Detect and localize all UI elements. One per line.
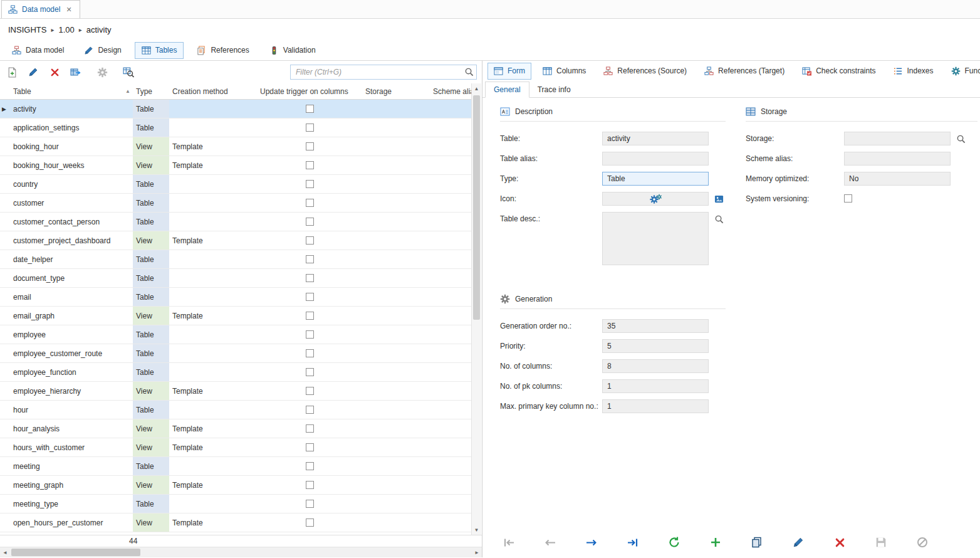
table-row[interactable]: hours_with_customer View Template [0,438,471,457]
table-row[interactable]: country Table [0,175,471,194]
table-row[interactable]: date_helper Table [0,250,471,269]
update-trigger-checkbox[interactable] [306,330,314,339]
table-row[interactable]: meeting_graph View Template [0,476,471,495]
last-record-icon[interactable] [625,535,640,550]
table-alias-field[interactable] [602,152,709,166]
scrollbar-thumb[interactable] [11,549,140,556]
table-row[interactable]: customer_contact_person Table [0,213,471,231]
scroll-left-icon[interactable]: ◄ [0,550,10,555]
table-row[interactable]: open_hours_per_customer View Template [0,513,471,532]
tab-form[interactable]: Form [487,63,531,80]
next-record-icon[interactable] [584,535,599,550]
type-field[interactable]: Table [602,172,709,186]
scrollbar-track[interactable] [10,547,472,557]
update-trigger-checkbox[interactable] [306,406,314,414]
subtab-general[interactable]: General [485,82,529,98]
tab-references[interactable]: References [190,42,256,59]
table-row[interactable]: email_graph View Template [0,307,471,325]
tab-references-source[interactable]: References (Source) [597,63,693,80]
scroll-up-icon[interactable]: ▲ [472,83,481,93]
save-icon[interactable] [873,535,889,550]
scrollbar-thumb[interactable] [473,95,480,320]
table-row[interactable]: customer_project_dashboard View Template [0,231,471,250]
table-desc-zoom-icon[interactable] [712,212,725,226]
delete-button[interactable] [48,65,61,79]
table-row[interactable]: employee_customer_route Table [0,344,471,363]
update-trigger-checkbox[interactable] [306,293,314,301]
header-storage[interactable]: Storage [362,83,430,99]
update-trigger-checkbox[interactable] [306,500,314,508]
update-trigger-checkbox[interactable] [306,349,314,357]
storage-field[interactable] [844,132,951,145]
settings-button[interactable] [95,65,109,79]
table-row[interactable]: customer Table [0,194,471,213]
edit-button[interactable] [26,65,40,79]
tab-data-model-view[interactable]: Data model [5,42,71,59]
tab-check-constraints[interactable]: Check constraints [796,63,882,80]
system-versioning-checkbox[interactable] [844,194,852,203]
header-table[interactable]: Table ▲ [10,83,133,99]
max-pk-column-field[interactable]: 1 [602,399,709,413]
update-trigger-checkbox[interactable] [306,274,314,282]
update-trigger-checkbox[interactable] [306,424,314,433]
scroll-down-icon[interactable]: ▼ [472,525,481,535]
zoom-table-button[interactable] [122,65,135,79]
tab-design[interactable]: Design [77,42,128,59]
add-record-icon[interactable] [708,535,723,550]
memory-optimized-field[interactable]: No [844,172,951,186]
tab-references-target[interactable]: References (Target) [698,63,791,80]
update-trigger-checkbox[interactable] [306,218,314,226]
table-field[interactable]: activity [602,132,709,145]
update-trigger-checkbox[interactable] [306,180,314,188]
delete-record-icon[interactable] [832,535,847,550]
scheme-alias-field[interactable] [844,152,951,166]
update-trigger-checkbox[interactable] [306,161,314,169]
tab-tables[interactable]: Tables [135,42,184,59]
update-trigger-checkbox[interactable] [306,124,314,132]
update-trigger-checkbox[interactable] [306,312,314,320]
table-row[interactable]: application_settings Table [0,118,471,137]
table-row[interactable]: meeting_type Table [0,495,471,513]
header-creation-method[interactable]: Creation method [169,83,257,99]
table-row[interactable]: meeting Table [0,457,471,476]
update-trigger-checkbox[interactable] [306,142,314,150]
scroll-right-icon[interactable]: ► [472,550,482,555]
subtab-trace-info[interactable]: Trace info [529,82,579,97]
table-row[interactable]: email Table [0,288,471,307]
refresh-icon[interactable] [667,535,682,550]
tab-data-model[interactable]: Data model ✕ [1,0,80,18]
edit-record-icon[interactable] [791,535,806,550]
update-trigger-checkbox[interactable] [306,236,314,245]
table-row[interactable]: booking_hour_weeks View Template [0,156,471,175]
update-trigger-checkbox[interactable] [306,255,314,263]
breadcrumb-version[interactable]: 1.00 [58,25,74,34]
tab-indexes[interactable]: Indexes [887,63,940,80]
table-row[interactable]: hour Table [0,401,471,419]
cancel-icon[interactable] [915,535,930,550]
update-trigger-checkbox[interactable] [306,481,314,489]
update-trigger-checkbox[interactable] [306,105,314,113]
update-trigger-checkbox[interactable] [306,387,314,395]
update-trigger-checkbox[interactable] [306,368,314,376]
first-record-icon[interactable] [501,535,516,550]
previous-record-icon[interactable] [543,535,558,550]
update-trigger-checkbox[interactable] [306,199,314,207]
table-export-button[interactable] [69,65,83,79]
table-row[interactable]: employee_hierarchy View Template [0,382,471,401]
tab-columns[interactable]: Columns [536,63,592,80]
update-trigger-checkbox[interactable] [306,462,314,470]
update-trigger-checkbox[interactable] [306,519,314,527]
breadcrumb-table[interactable]: activity [86,25,112,34]
table-desc-field[interactable] [602,212,709,265]
breadcrumb-project[interactable]: INSIGHTS [8,25,46,34]
table-row[interactable]: ▶ activity Table [0,100,471,118]
icon-field[interactable] [602,192,709,206]
vertical-scrollbar[interactable]: ▲ ▼ [471,83,481,535]
generation-order-field[interactable]: 35 [602,319,709,333]
close-icon[interactable]: ✕ [65,6,73,14]
copy-record-icon[interactable] [749,535,764,550]
filter-input[interactable] [290,65,477,80]
header-update-trigger[interactable]: Update trigger on columns [257,83,362,99]
table-row[interactable]: booking_hour View Template [0,137,471,156]
new-row-button[interactable] [5,65,19,79]
